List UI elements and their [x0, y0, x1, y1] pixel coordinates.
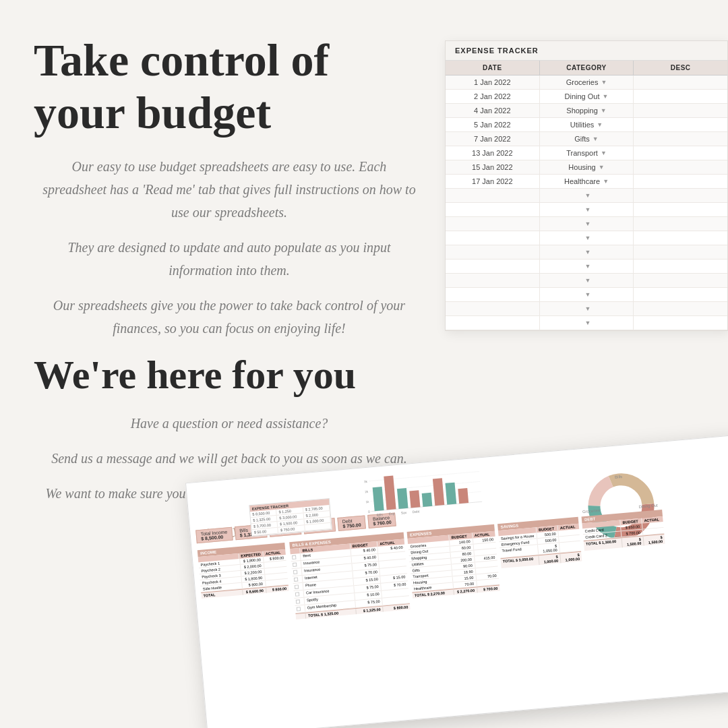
cell-desc [634, 189, 727, 202]
svg-text:Sav: Sav [401, 510, 408, 515]
svg-text:Bills: Bills [615, 475, 622, 479]
svg-text:0: 0 [368, 510, 371, 514]
col-category: CATEGORY [540, 61, 634, 75]
svg-rect-4 [373, 487, 384, 511]
cell-category: ▼ [540, 288, 634, 301]
table-row: 1 Jan 2022 Groceries ▼ [446, 75, 727, 90]
bar-chart-svg: Bills Exp Sav Debt 0 1k 2k 3k [348, 461, 486, 520]
cell-category: Shopping ▼ [540, 104, 634, 117]
col-desc: DESC [634, 61, 727, 75]
svg-rect-8 [422, 493, 433, 507]
cell-desc [634, 217, 727, 231]
cell-date [446, 217, 540, 231]
table-row: 2 Jan 2022 Dining Out ▼ [446, 90, 727, 104]
cell-category: Housing ▼ [540, 160, 634, 174]
contact-text-1: Have a question or need assistance? [34, 412, 425, 435]
table-row: 4 Jan 2022 Shopping ▼ [446, 104, 727, 118]
cell-desc [634, 175, 727, 188]
svg-text:Debt: Debt [412, 509, 420, 514]
cell-desc [634, 231, 727, 245]
table-row: ▼ [446, 316, 727, 330]
savings-section: SAVINGS BUDGET ACTUAL Savings for a Hous… [497, 517, 582, 568]
cell-desc [634, 302, 727, 315]
cell-desc [634, 104, 727, 117]
bills-section: BILLS & EXPENSES BILLS BUDGET ACTUAL Ren… [289, 533, 410, 619]
cell-category: ▼ [540, 302, 634, 315]
svg-text:1k: 1k [366, 500, 370, 504]
cell-date: 4 Jan 2022 [446, 104, 540, 117]
cell-category: Groceries ▼ [540, 75, 634, 89]
cell-category: Utilities ▼ [540, 118, 634, 131]
table-row: ▼ [446, 302, 727, 316]
svg-rect-7 [409, 490, 420, 508]
cell-desc [634, 160, 727, 174]
cell-date [446, 189, 540, 202]
cell-date [446, 203, 540, 216]
table-row: 7 Jan 2022 Gifts ▼ [446, 132, 727, 146]
cell-category: ▼ [540, 316, 634, 330]
cell-desc [634, 260, 727, 273]
svg-rect-10 [446, 483, 457, 505]
left-content: Take control of your budget Our easy to … [34, 34, 425, 517]
section-title: We're here for you [34, 352, 425, 398]
cell-desc [634, 316, 727, 330]
table-row: ▼ [446, 189, 727, 203]
cell-date [446, 288, 540, 301]
cell-desc [634, 118, 727, 131]
cell-date: 1 Jan 2022 [446, 75, 540, 89]
svg-text:2k: 2k [365, 490, 369, 493]
svg-rect-6 [397, 488, 408, 509]
expense-tracker-card: EXPENSE TRACKER DATE CATEGORY DESC 1 Jan… [445, 40, 728, 331]
svg-rect-9 [433, 478, 444, 506]
main-title: Take control of your budget [34, 34, 425, 139]
table-row: ▼ [446, 260, 727, 274]
cell-desc [634, 288, 727, 301]
svg-rect-5 [384, 476, 396, 510]
cell-category: ▼ [540, 231, 634, 245]
cell-category: ▼ [540, 260, 634, 273]
cell-date [446, 302, 540, 315]
spreadsheet-inner: January Total Income $ 8,500.00 Bills $ … [186, 435, 728, 728]
cell-category: Dining Out ▼ [540, 90, 634, 103]
cell-date [446, 231, 540, 245]
table-row: ▼ [446, 274, 727, 288]
body-text-3: Our spreadsheets give you the power to t… [34, 294, 425, 340]
cell-date: 13 Jan 2022 [446, 146, 540, 160]
expenses-section: EXPENSES BUDGET ACTUAL Groceries 140.00 … [407, 524, 500, 599]
col-date: DATE [446, 61, 540, 75]
table-row: ▼ [446, 217, 727, 231]
main-container: Take control of your budget Our easy to … [0, 0, 728, 728]
table-row: 13 Jan 2022 Transport ▼ [446, 146, 727, 160]
table-row: 15 Jan 2022 Housing ▼ [446, 160, 727, 175]
cell-desc [634, 274, 727, 287]
cell-date: 7 Jan 2022 [446, 132, 540, 146]
cell-category: ▼ [540, 189, 634, 202]
cell-date [446, 274, 540, 287]
cell-category: ▼ [540, 203, 634, 216]
cell-desc [634, 245, 727, 259]
table-row: ▼ [446, 203, 727, 217]
cell-category: ▼ [540, 217, 634, 231]
tracker-title: EXPENSE TRACKER [446, 41, 727, 61]
cell-desc [634, 203, 727, 216]
cell-date [446, 260, 540, 273]
table-row: 17 Jan 2022 Healthcare ▼ [446, 175, 727, 189]
cell-date: 15 Jan 2022 [446, 160, 540, 174]
tracker-column-headers: DATE CATEGORY DESC [446, 61, 727, 75]
cell-category: ▼ [540, 274, 634, 287]
spreadsheet-preview: January Total Income $ 8,500.00 Bills $ … [185, 435, 728, 728]
table-row: ▼ [446, 245, 727, 260]
svg-text:Exp: Exp [389, 512, 395, 516]
cell-category: Gifts ▼ [540, 132, 634, 146]
cell-category: Transport ▼ [540, 146, 634, 160]
cell-desc [634, 75, 727, 89]
svg-rect-11 [458, 488, 468, 504]
body-text-1: Our easy to use budget spreadsheets are … [34, 155, 425, 224]
cell-desc [634, 90, 727, 103]
cell-desc [634, 132, 727, 146]
table-row: ▼ [446, 288, 727, 302]
table-row: ▼ [446, 231, 727, 245]
cell-date: 17 Jan 2022 [446, 175, 540, 188]
cell-date [446, 316, 540, 330]
income-section: INCOME EXPECTED ACTUAL Paycheck 1 $ 1,80… [198, 543, 289, 599]
